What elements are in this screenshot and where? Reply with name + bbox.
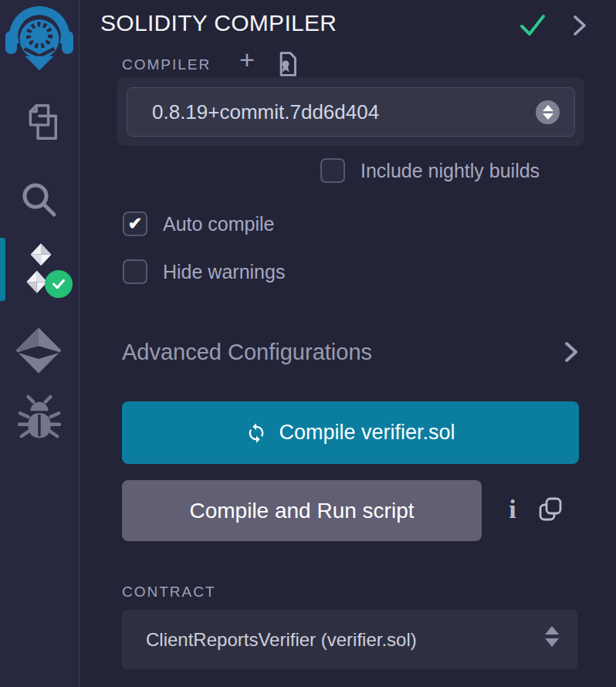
- contract-select-value: ClientReportsVerifier (verifier.sol): [146, 629, 417, 651]
- copy-icon[interactable]: [537, 496, 564, 523]
- contract-select-arrows-icon: [545, 626, 559, 647]
- deploy-run-icon: [14, 320, 63, 381]
- collapse-panel-chevron-icon[interactable]: [569, 13, 591, 38]
- compiler-version-value: 0.8.19+commit.7dd6d404: [152, 100, 379, 124]
- compile-and-run-button[interactable]: Compile and Run script: [122, 480, 482, 541]
- include-nightly-label[interactable]: Include nightly builds: [360, 160, 540, 182]
- auto-compile-check-glyph: ✔: [128, 215, 142, 232]
- advanced-config-chevron-icon: [562, 340, 580, 364]
- auto-compile-label[interactable]: Auto compile: [163, 213, 275, 235]
- advanced-configurations-label: Advanced Configurations: [122, 340, 372, 365]
- page-title: SOLIDITY COMPILER: [100, 10, 337, 36]
- compiler-license-icon[interactable]: [274, 51, 300, 77]
- icon-panel: [0, 0, 80, 687]
- include-nightly-row: Include nightly builds: [320, 158, 540, 183]
- compile-button-label: Compile verifier.sol: [279, 421, 455, 445]
- info-icon[interactable]: i: [503, 492, 523, 526]
- spinner-up-arrow-icon: [543, 105, 553, 111]
- contract-down-arrow-icon: [545, 638, 559, 647]
- sidebar-item-file-explorer[interactable]: [17, 99, 62, 145]
- remix-logo-icon: [2, 4, 76, 72]
- auto-compile-row: ✔ Auto compile: [123, 212, 275, 236]
- hide-warnings-row: Hide warnings: [123, 259, 285, 284]
- compile-button[interactable]: Compile verifier.sol: [122, 401, 579, 464]
- auto-compile-checkbox[interactable]: ✔: [123, 212, 147, 236]
- advanced-configurations-toggle[interactable]: Advanced Configurations: [122, 335, 580, 369]
- sidebar-item-deploy-run[interactable]: [14, 320, 63, 381]
- contract-up-arrow-icon: [545, 626, 559, 635]
- file-explorer-icon: [17, 99, 62, 145]
- badge-check-icon: [50, 276, 67, 293]
- contract-select[interactable]: ClientReportsVerifier (verifier.sol): [122, 610, 577, 669]
- compiler-version-container: 0.8.19+commit.7dd6d404: [117, 77, 584, 146]
- sidebar-item-solidity-compiler[interactable]: [0, 236, 80, 303]
- compile-success-badge: [45, 270, 73, 298]
- compile-and-run-label: Compile and Run script: [189, 499, 414, 523]
- compiler-section-label: COMPILER: [122, 56, 211, 73]
- include-nightly-checkbox[interactable]: [320, 158, 345, 183]
- hide-warnings-label[interactable]: Hide warnings: [163, 261, 285, 283]
- sidebar-item-search[interactable]: [15, 176, 62, 222]
- hide-warnings-checkbox[interactable]: [123, 259, 147, 284]
- debugger-bug-icon: [17, 392, 62, 445]
- search-icon: [15, 176, 62, 222]
- compiler-version-select[interactable]: 0.8.19+commit.7dd6d404: [127, 87, 575, 137]
- header-compile-success-icon: [519, 13, 547, 38]
- remix-logo[interactable]: [2, 4, 76, 72]
- sync-icon: [245, 422, 267, 444]
- sidebar-item-debugger[interactable]: [17, 392, 62, 445]
- contract-section-label: CONTRACT: [122, 584, 216, 601]
- add-custom-compiler-icon[interactable]: +: [239, 46, 255, 73]
- spinner-down-arrow-icon: [543, 113, 553, 120]
- version-select-spinner-icon[interactable]: [536, 100, 560, 124]
- active-tab-indicator: [0, 238, 5, 301]
- remix-app: SOLIDITY COMPILER COMPILER + 0.8.19+comm…: [0, 0, 616, 687]
